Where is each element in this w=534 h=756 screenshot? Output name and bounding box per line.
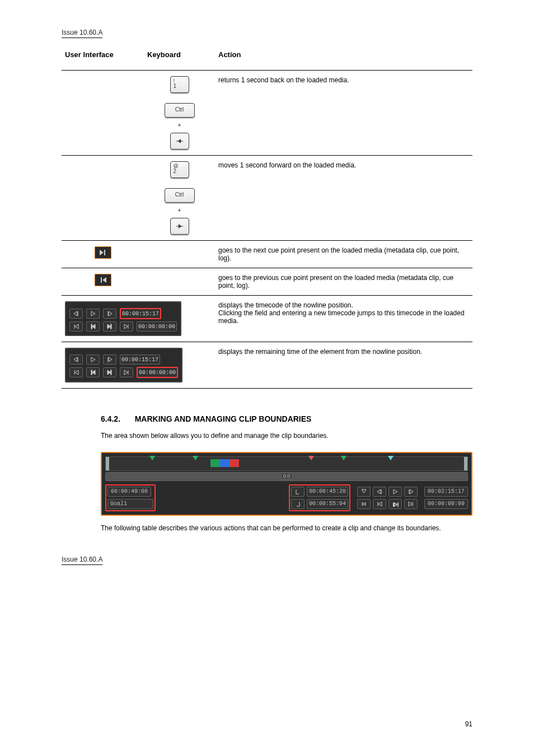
svg-marker-31	[377, 489, 381, 494]
key-ctrl: Ctrl	[165, 103, 195, 118]
play-icon[interactable]	[86, 309, 100, 319]
svg-rect-27	[111, 370, 112, 375]
svg-marker-15	[124, 324, 128, 329]
svg-marker-9	[75, 324, 78, 329]
play-clip-icon[interactable]: [▷]	[388, 499, 402, 509]
section-outro: The following table describes the variou…	[101, 524, 472, 533]
svg-marker-12	[92, 324, 95, 329]
svg-marker-19	[91, 357, 95, 362]
col-header-keyboard: Keyboard	[144, 46, 215, 71]
col-header-action: Action	[215, 46, 472, 71]
issue-top: Issue 10.60.A	[62, 29, 102, 38]
nowline-tc-field[interactable]: 00:00:15:17	[120, 308, 161, 319]
action-fwd-1s: moves 1 second forward on the loaded med…	[215, 156, 472, 241]
svg-marker-38	[378, 502, 382, 506]
section-number: 6.4.2.	[101, 414, 120, 423]
svg-marker-26	[107, 370, 110, 375]
svg-marker-0	[100, 250, 104, 255]
jog-bar[interactable]: 0.0	[105, 472, 468, 481]
svg-marker-35	[410, 489, 413, 494]
next-cue-mini-icon[interactable]	[103, 367, 116, 377]
remaining-tc: 00:00:09:09	[424, 499, 468, 509]
add-marker-button[interactable]	[357, 487, 371, 497]
svg-marker-21	[109, 357, 112, 362]
clip-boundary-panel: 0.0 00:00:49:08 Goal1 00:00:45:20 00:00:…	[101, 452, 472, 516]
svg-marker-13	[107, 324, 110, 329]
action-remaining-tc: displays the remaining time of the eleme…	[215, 342, 472, 389]
loop-toggle-icon[interactable]	[357, 499, 371, 509]
svg-marker-4	[74, 311, 77, 316]
play-icon[interactable]	[86, 354, 100, 365]
clip-pos-tc[interactable]: 00:00:49:08	[107, 487, 151, 497]
goto-end-icon[interactable]	[404, 499, 418, 509]
marker-icon[interactable]	[149, 456, 155, 460]
plus-icon: +	[177, 122, 181, 128]
step-fwd-icon[interactable]	[404, 487, 418, 497]
issue-bottom: Issue 10.60.A	[62, 556, 102, 565]
remaining-tc-field[interactable]: 00:00:00:00	[137, 367, 178, 378]
svg-rect-1	[104, 250, 105, 255]
play-icon[interactable]	[388, 487, 402, 497]
svg-marker-17	[74, 357, 77, 362]
prev-cue-mini-icon[interactable]	[86, 321, 100, 332]
goto-start-icon[interactable]	[69, 367, 83, 377]
svg-rect-2	[101, 277, 102, 283]
mark-out-button[interactable]	[291, 499, 305, 509]
next-cue-button[interactable]	[95, 246, 111, 259]
col-header-ui: User Interface	[62, 46, 144, 71]
goto-end-icon[interactable]	[120, 321, 133, 332]
svg-marker-37	[364, 502, 366, 506]
clip-name-field[interactable]: Goal1	[107, 499, 153, 509]
action-nowline-tc: displays the timecode of the nowline pos…	[215, 296, 472, 342]
svg-marker-30	[362, 489, 366, 493]
key-ctrl: Ctrl	[165, 188, 195, 203]
svg-marker-28	[124, 370, 128, 375]
jog-value: 0.0	[281, 473, 293, 479]
marker-icon[interactable]	[193, 456, 198, 460]
svg-marker-41	[409, 502, 412, 506]
controls-table: User Interface Keyboard Action ! 1	[62, 46, 472, 389]
action-next-cue: goes to the next cue point present on th…	[215, 241, 472, 268]
prev-cue-mini-icon[interactable]	[86, 367, 100, 377]
action-prev-cue: goes to the previous cue point present o…	[215, 268, 472, 296]
key-arrow-right	[170, 218, 189, 235]
prev-cue-button[interactable]	[95, 274, 111, 286]
nowline-tc-field: 00:00:15:17	[120, 354, 160, 365]
key-1: ! 1	[170, 76, 189, 93]
remaining-tc-field: 00:00:00:00	[137, 321, 177, 332]
section-intro: The area shown below allows you to defin…	[101, 431, 472, 441]
marker-icon[interactable]	[308, 456, 314, 460]
goto-end-icon[interactable]	[120, 367, 133, 377]
svg-marker-6	[91, 311, 95, 316]
step-fwd-icon[interactable]	[103, 309, 116, 319]
action-back-1s: returns 1 second back on the loaded medi…	[215, 71, 472, 156]
goto-start-icon[interactable]	[373, 499, 386, 509]
mark-in-tc[interactable]: 00:00:45:20	[307, 487, 348, 497]
marker-icon[interactable]	[388, 456, 394, 460]
step-fwd-icon[interactable]	[103, 354, 116, 365]
key-arrow-left	[170, 133, 189, 150]
next-cue-mini-icon[interactable]	[103, 321, 116, 332]
transport-mini-panel: 00:00:15:17 00:00:00:00	[65, 301, 181, 336]
marker-icon[interactable]	[341, 456, 346, 460]
svg-marker-3	[102, 277, 106, 283]
goto-start-icon[interactable]	[69, 321, 83, 332]
svg-marker-22	[75, 370, 78, 375]
mark-in-button[interactable]	[291, 487, 305, 497]
svg-text:[▷]: [▷]	[393, 502, 399, 507]
svg-rect-14	[111, 324, 112, 329]
svg-marker-33	[394, 489, 397, 494]
nowline-tc[interactable]: 00:02:15:17	[424, 487, 468, 497]
transport-mini-panel: 00:00:15:17 00:00:00:00	[65, 348, 182, 382]
step-back-icon[interactable]	[69, 354, 83, 365]
svg-marker-25	[92, 370, 95, 375]
svg-marker-8	[109, 311, 112, 316]
mark-out-tc[interactable]: 00:00:55:04	[307, 499, 348, 509]
step-back-icon[interactable]	[69, 309, 83, 319]
section-title: MARKING AND MANAGING CLIP BOUNDARIES	[135, 414, 312, 423]
media-track[interactable]	[105, 456, 468, 471]
key-2: @ 2	[170, 161, 189, 178]
plus-icon: +	[177, 207, 181, 213]
page-number: 91	[465, 720, 472, 728]
step-back-icon[interactable]	[373, 487, 386, 497]
